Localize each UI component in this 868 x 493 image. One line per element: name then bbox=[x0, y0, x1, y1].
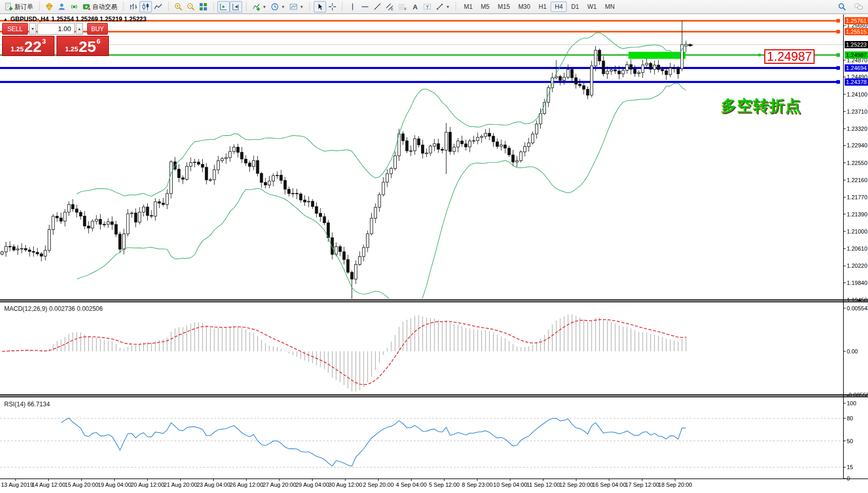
macd-axis-tick: 0.00 bbox=[847, 348, 858, 354]
toolbar-separator bbox=[245, 2, 247, 11]
toolbar-separator bbox=[38, 2, 40, 11]
vertical-line-button[interactable] bbox=[346, 1, 359, 12]
symbol-period-label: GBPUSD-,H4 bbox=[10, 16, 49, 23]
autotrade-icon bbox=[82, 3, 91, 11]
macd-label: MACD(12,26,9) 0.002736 0.002506 bbox=[4, 305, 103, 312]
timeframe-h4-button[interactable]: H4 bbox=[551, 2, 567, 12]
horizontal-line-button[interactable] bbox=[359, 1, 371, 12]
price-axis-tick: 1.23320 bbox=[847, 126, 867, 132]
buy-price-big: 25 bbox=[79, 39, 96, 54]
toolbar-separator bbox=[212, 2, 215, 11]
time-axis-label: 10 Sep 04:00 bbox=[493, 482, 527, 488]
buy-price-pip: 6 bbox=[96, 37, 100, 45]
chat-icon[interactable] bbox=[852, 1, 865, 12]
buy-price-display[interactable]: 1.25 25 6 bbox=[57, 36, 109, 56]
zoom-out-button[interactable] bbox=[185, 1, 197, 12]
sell-button[interactable]: SELL bbox=[2, 23, 28, 35]
indicators-button[interactable]: ▼ bbox=[250, 1, 269, 12]
one-click-trade-panel: SELL ▼ ▲ BUY 1.25 22 3 1.25 25 6 bbox=[2, 23, 109, 56]
time-axis-label: 17 Sep 12:00 bbox=[625, 482, 659, 488]
signals-button[interactable] bbox=[68, 1, 80, 12]
auto-scroll-button[interactable] bbox=[217, 1, 230, 12]
cursor-button[interactable] bbox=[314, 1, 326, 12]
price-axis-badge: 1.24987 bbox=[845, 51, 868, 59]
macd-axis-tick: 0.005543 bbox=[847, 305, 868, 311]
chart-canvas[interactable] bbox=[0, 15, 868, 493]
timeframe-h1-button[interactable]: H1 bbox=[535, 2, 551, 12]
buy-button[interactable]: BUY bbox=[87, 23, 108, 35]
profiles-button[interactable] bbox=[55, 1, 68, 12]
arrows-icon bbox=[436, 3, 444, 11]
new-order-button-label: 新订单 bbox=[15, 3, 33, 11]
macd-axis-tick: -0.005583 bbox=[847, 392, 868, 398]
dropdown-arrow-icon[interactable]: ▼ bbox=[281, 5, 285, 9]
timeframe-d1-button[interactable]: D1 bbox=[567, 2, 583, 12]
price-axis-tick: 1.21770 bbox=[847, 194, 867, 200]
dropdown-arrow-icon[interactable]: ▼ bbox=[300, 5, 304, 9]
arrows-button[interactable]: ▼ bbox=[433, 1, 452, 12]
time-axis-label: 19 Aug 04:00 bbox=[97, 482, 131, 488]
price-axis-tick: 1.20610 bbox=[847, 245, 867, 252]
time-axis-label: 27 Aug 20:00 bbox=[262, 482, 296, 488]
volume-increase-button[interactable]: ▲ bbox=[76, 23, 83, 35]
sell-price-prefix: 1.25 bbox=[11, 45, 24, 53]
chart-shift-button[interactable] bbox=[230, 1, 242, 12]
rsi-label: RSI(14) 66.7134 bbox=[4, 401, 50, 408]
timeframe-m1-button[interactable]: M1 bbox=[460, 2, 477, 12]
timeframe-w1-button[interactable]: W1 bbox=[583, 2, 601, 12]
trendline-button[interactable] bbox=[371, 1, 384, 12]
toolbar-separator bbox=[167, 2, 170, 11]
clock-icon bbox=[271, 3, 279, 11]
crosshair-button[interactable] bbox=[326, 1, 339, 12]
price-axis-badge: 1.24378 bbox=[845, 78, 868, 86]
time-axis-label: 12 Sep 20:00 bbox=[559, 482, 593, 488]
text-button[interactable]: A bbox=[409, 1, 421, 12]
sell-price-big: 22 bbox=[24, 39, 41, 54]
toolbar: 新订单自动交易▼▼▼EFAT▼M1M5M15M30H1H4D1W1MN bbox=[0, 0, 868, 14]
templates-button[interactable]: ▼ bbox=[287, 1, 306, 12]
price-axis-badge: 1.25223 bbox=[845, 41, 868, 48]
autotrading-button-label: 自动交易 bbox=[92, 3, 117, 11]
buy-price-prefix: 1.25 bbox=[65, 45, 78, 53]
autotrading-button[interactable]: 自动交易 bbox=[80, 1, 119, 12]
time-axis-label: 4 Sep 04:00 bbox=[396, 482, 427, 488]
tile-windows-button[interactable] bbox=[197, 1, 209, 12]
channel-button[interactable]: E bbox=[384, 1, 396, 12]
candle-chart-button[interactable] bbox=[139, 1, 152, 12]
volume-decrease-button[interactable]: ▼ bbox=[29, 23, 36, 35]
time-axis-label: 2 Sep 20:00 bbox=[363, 482, 394, 488]
line-chart-button[interactable] bbox=[152, 1, 164, 12]
svg-text:T: T bbox=[426, 5, 429, 10]
crystal-icon bbox=[45, 3, 53, 11]
timeframe-m30-button[interactable]: M30 bbox=[514, 2, 534, 12]
dropdown-arrow-icon[interactable]: ▼ bbox=[262, 5, 267, 9]
chart-note-text[interactable]: 多空转折点 bbox=[721, 95, 801, 117]
timeframe-m15-button[interactable]: M15 bbox=[494, 2, 514, 12]
label-button[interactable]: T bbox=[421, 1, 433, 12]
time-axis-label: 18 Sep 20:00 bbox=[658, 482, 692, 488]
periods-button[interactable]: ▼ bbox=[269, 1, 287, 12]
price-axis-badge: 1.25761 bbox=[845, 17, 868, 24]
bars-icon bbox=[129, 3, 137, 11]
fibonacci-button[interactable]: F bbox=[396, 1, 409, 12]
volume-input[interactable] bbox=[37, 23, 75, 35]
price-axis-tick: 1.21000 bbox=[847, 228, 867, 235]
styles-button[interactable] bbox=[43, 1, 55, 12]
bar-chart-button[interactable] bbox=[127, 1, 139, 12]
zoom-in-icon bbox=[174, 3, 183, 11]
timeframe-m5-button[interactable]: M5 bbox=[477, 2, 494, 12]
zoom-in-button[interactable] bbox=[172, 1, 185, 12]
rsi-axis-tick: 0 bbox=[847, 475, 850, 482]
time-axis-label: 26 Aug 12:00 bbox=[230, 482, 263, 488]
collapse-panel-icon[interactable]: ▲ bbox=[3, 17, 8, 22]
chart-area[interactable]: ▲ GBPUSD-,H4 1.25254 1.25269 1.25219 1.2… bbox=[0, 15, 868, 493]
tline-icon bbox=[373, 3, 382, 11]
dropdown-arrow-icon[interactable]: ▼ bbox=[446, 5, 450, 9]
price-callout-label[interactable]: 1.24987 bbox=[764, 49, 815, 64]
time-axis-label: 20 Aug 12:00 bbox=[131, 482, 164, 488]
sell-price-display[interactable]: 1.25 22 3 bbox=[2, 36, 54, 56]
new-order-button[interactable]: 新订单 bbox=[3, 1, 35, 12]
search-icon[interactable] bbox=[836, 1, 848, 12]
timeframe-mn-button[interactable]: MN bbox=[601, 2, 619, 12]
time-axis-label: 11 Sep 12:00 bbox=[526, 482, 560, 488]
